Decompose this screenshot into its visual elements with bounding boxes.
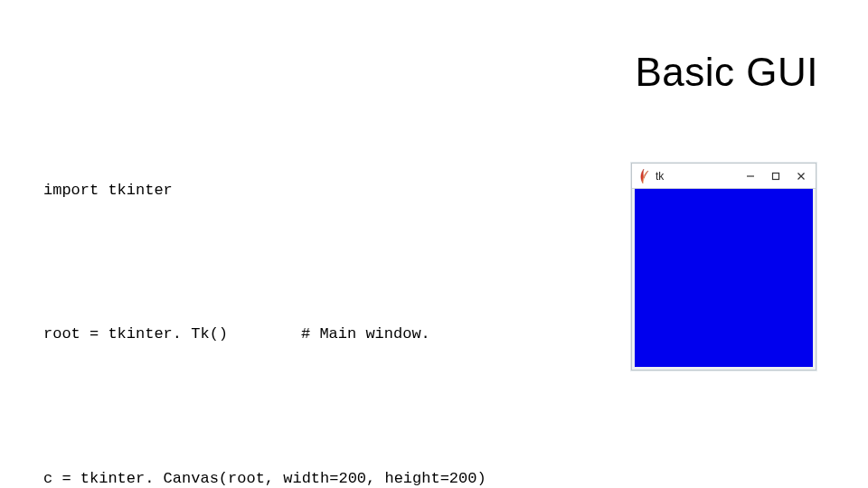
code-line: import tkinter: [43, 179, 523, 202]
titlebar: tk: [632, 164, 816, 189]
slide-title: Basic GUI: [635, 50, 818, 95]
code-comment: # Main window.: [301, 325, 430, 343]
code-blank-line: [43, 250, 523, 276]
code-block: import tkinter root = tkinter. Tk()# Mai…: [43, 131, 523, 488]
close-button[interactable]: [788, 164, 814, 189]
code-blank-line: [43, 394, 523, 419]
minimize-button[interactable]: [738, 164, 763, 189]
feather-icon: [637, 168, 650, 184]
code-line: root = tkinter. Tk()# Main window.: [43, 323, 523, 346]
maximize-button[interactable]: [763, 164, 788, 189]
code-line: c = tkinter. Canvas(root, width=200, hei…: [43, 467, 523, 488]
window-title: tk: [656, 170, 664, 183]
svg-rect-1: [773, 173, 779, 179]
tkinter-window: tk: [631, 163, 816, 371]
code-stmt: root = tkinter. Tk(): [43, 323, 301, 346]
canvas-area: [632, 189, 816, 370]
